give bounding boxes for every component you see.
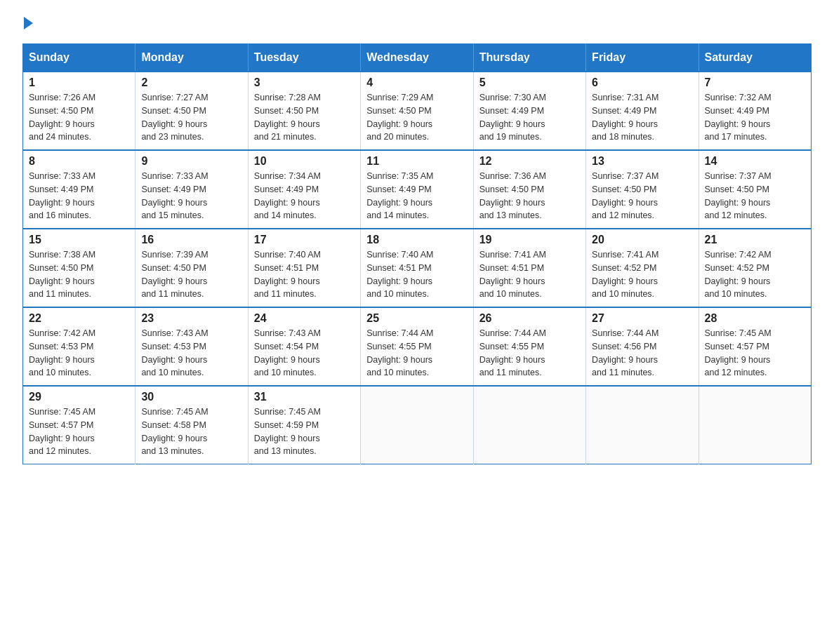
calendar-cell: 29 Sunrise: 7:45 AMSunset: 4:57 PMDaylig… (23, 386, 135, 464)
calendar-cell: 21 Sunrise: 7:42 AMSunset: 4:52 PMDaylig… (699, 229, 811, 307)
calendar-table: SundayMondayTuesdayWednesdayThursdayFrid… (22, 43, 812, 464)
calendar-cell: 28 Sunrise: 7:45 AMSunset: 4:57 PMDaylig… (699, 307, 811, 386)
calendar-cell: 25 Sunrise: 7:44 AMSunset: 4:55 PMDaylig… (361, 307, 473, 386)
day-number: 3 (254, 76, 355, 89)
day-info: Sunrise: 7:37 AMSunset: 4:50 PMDaylight:… (705, 171, 772, 220)
weekday-header-monday: Monday (135, 44, 248, 72)
day-info: Sunrise: 7:45 AMSunset: 4:58 PMDaylight:… (141, 407, 208, 456)
day-number: 21 (705, 234, 805, 246)
day-info: Sunrise: 7:29 AMSunset: 4:50 PMDaylight:… (366, 93, 433, 142)
day-info: Sunrise: 7:40 AMSunset: 4:51 PMDaylight:… (366, 250, 433, 299)
day-info: Sunrise: 7:42 AMSunset: 4:53 PMDaylight:… (29, 328, 95, 377)
day-number: 25 (366, 312, 467, 325)
calendar-body: 1 Sunrise: 7:26 AMSunset: 4:50 PMDayligh… (23, 72, 812, 464)
day-info: Sunrise: 7:38 AMSunset: 4:50 PMDaylight:… (29, 250, 95, 299)
calendar-cell: 27 Sunrise: 7:44 AMSunset: 4:56 PMDaylig… (586, 307, 699, 386)
calendar-cell: 16 Sunrise: 7:39 AMSunset: 4:50 PMDaylig… (135, 229, 248, 307)
calendar-cell: 24 Sunrise: 7:43 AMSunset: 4:54 PMDaylig… (248, 307, 360, 386)
calendar-cell: 3 Sunrise: 7:28 AMSunset: 4:50 PMDayligh… (248, 72, 360, 150)
calendar-cell: 10 Sunrise: 7:34 AMSunset: 4:49 PMDaylig… (248, 150, 360, 229)
weekday-header-row: SundayMondayTuesdayWednesdayThursdayFrid… (23, 44, 812, 72)
calendar-cell: 11 Sunrise: 7:35 AMSunset: 4:49 PMDaylig… (361, 150, 473, 229)
day-number: 17 (254, 234, 355, 246)
day-info: Sunrise: 7:33 AMSunset: 4:49 PMDaylight:… (29, 171, 95, 220)
weekday-header-sunday: Sunday (23, 44, 135, 72)
calendar-cell: 8 Sunrise: 7:33 AMSunset: 4:49 PMDayligh… (23, 150, 135, 229)
day-number: 16 (141, 234, 241, 246)
day-info: Sunrise: 7:39 AMSunset: 4:50 PMDaylight:… (141, 250, 208, 299)
day-number: 10 (254, 155, 355, 168)
day-number: 27 (592, 312, 692, 325)
day-number: 23 (141, 312, 241, 325)
calendar-week-row: 8 Sunrise: 7:33 AMSunset: 4:49 PMDayligh… (23, 150, 812, 229)
day-info: Sunrise: 7:42 AMSunset: 4:52 PMDaylight:… (705, 250, 772, 299)
day-number: 1 (29, 76, 129, 89)
calendar-cell: 22 Sunrise: 7:42 AMSunset: 4:53 PMDaylig… (23, 307, 135, 386)
day-number: 7 (705, 76, 805, 89)
calendar-cell: 4 Sunrise: 7:29 AMSunset: 4:50 PMDayligh… (361, 72, 473, 150)
calendar-cell: 23 Sunrise: 7:43 AMSunset: 4:53 PMDaylig… (135, 307, 248, 386)
day-info: Sunrise: 7:31 AMSunset: 4:49 PMDaylight:… (592, 93, 658, 142)
weekday-header-thursday: Thursday (473, 44, 585, 72)
day-info: Sunrise: 7:45 AMSunset: 4:57 PMDaylight:… (29, 407, 95, 456)
calendar-cell (586, 386, 699, 464)
day-info: Sunrise: 7:34 AMSunset: 4:49 PMDaylight:… (254, 171, 321, 220)
calendar-cell: 15 Sunrise: 7:38 AMSunset: 4:50 PMDaylig… (23, 229, 135, 307)
calendar-week-row: 15 Sunrise: 7:38 AMSunset: 4:50 PMDaylig… (23, 229, 812, 307)
day-info: Sunrise: 7:30 AMSunset: 4:49 PMDaylight:… (479, 93, 546, 142)
calendar-cell: 31 Sunrise: 7:45 AMSunset: 4:59 PMDaylig… (248, 386, 360, 464)
day-number: 22 (29, 312, 129, 325)
calendar-cell: 20 Sunrise: 7:41 AMSunset: 4:52 PMDaylig… (586, 229, 699, 307)
day-info: Sunrise: 7:32 AMSunset: 4:49 PMDaylight:… (705, 93, 772, 142)
calendar-cell: 7 Sunrise: 7:32 AMSunset: 4:49 PMDayligh… (699, 72, 811, 150)
weekday-header-tuesday: Tuesday (248, 44, 360, 72)
weekday-header-saturday: Saturday (699, 44, 811, 72)
weekday-header-friday: Friday (586, 44, 699, 72)
day-number: 19 (479, 234, 580, 246)
day-info: Sunrise: 7:44 AMSunset: 4:55 PMDaylight:… (366, 328, 433, 377)
day-number: 9 (141, 155, 241, 168)
day-info: Sunrise: 7:41 AMSunset: 4:52 PMDaylight:… (592, 250, 658, 299)
day-info: Sunrise: 7:27 AMSunset: 4:50 PMDaylight:… (141, 93, 208, 142)
day-info: Sunrise: 7:45 AMSunset: 4:57 PMDaylight:… (705, 328, 772, 377)
calendar-cell (473, 386, 585, 464)
logo (22, 17, 33, 31)
calendar-cell: 1 Sunrise: 7:26 AMSunset: 4:50 PMDayligh… (23, 72, 135, 150)
logo-arrow-icon (24, 17, 33, 29)
day-info: Sunrise: 7:36 AMSunset: 4:50 PMDaylight:… (479, 171, 546, 220)
calendar-cell: 12 Sunrise: 7:36 AMSunset: 4:50 PMDaylig… (473, 150, 585, 229)
day-number: 30 (141, 391, 241, 403)
calendar-cell: 17 Sunrise: 7:40 AMSunset: 4:51 PMDaylig… (248, 229, 360, 307)
calendar-cell (699, 386, 811, 464)
calendar-cell (361, 386, 473, 464)
day-number: 29 (29, 391, 129, 403)
calendar-cell: 9 Sunrise: 7:33 AMSunset: 4:49 PMDayligh… (135, 150, 248, 229)
day-info: Sunrise: 7:45 AMSunset: 4:59 PMDaylight:… (254, 407, 321, 456)
day-info: Sunrise: 7:28 AMSunset: 4:50 PMDaylight:… (254, 93, 321, 142)
day-info: Sunrise: 7:43 AMSunset: 4:53 PMDaylight:… (141, 328, 208, 377)
day-info: Sunrise: 7:44 AMSunset: 4:56 PMDaylight:… (592, 328, 658, 377)
day-number: 13 (592, 155, 692, 168)
calendar-cell: 2 Sunrise: 7:27 AMSunset: 4:50 PMDayligh… (135, 72, 248, 150)
day-number: 4 (366, 76, 467, 89)
day-info: Sunrise: 7:35 AMSunset: 4:49 PMDaylight:… (366, 171, 433, 220)
calendar-week-row: 29 Sunrise: 7:45 AMSunset: 4:57 PMDaylig… (23, 386, 812, 464)
weekday-header-wednesday: Wednesday (361, 44, 473, 72)
day-number: 6 (592, 76, 692, 89)
day-info: Sunrise: 7:41 AMSunset: 4:51 PMDaylight:… (479, 250, 546, 299)
day-info: Sunrise: 7:33 AMSunset: 4:49 PMDaylight:… (141, 171, 208, 220)
calendar-week-row: 1 Sunrise: 7:26 AMSunset: 4:50 PMDayligh… (23, 72, 812, 150)
page-header (22, 17, 812, 31)
day-info: Sunrise: 7:44 AMSunset: 4:55 PMDaylight:… (479, 328, 546, 377)
day-number: 31 (254, 391, 355, 403)
day-number: 24 (254, 312, 355, 325)
day-number: 5 (479, 76, 580, 89)
day-number: 14 (705, 155, 805, 168)
day-number: 26 (479, 312, 580, 325)
calendar-cell: 26 Sunrise: 7:44 AMSunset: 4:55 PMDaylig… (473, 307, 585, 386)
day-number: 2 (141, 76, 241, 89)
calendar-cell: 5 Sunrise: 7:30 AMSunset: 4:49 PMDayligh… (473, 72, 585, 150)
day-info: Sunrise: 7:26 AMSunset: 4:50 PMDaylight:… (29, 93, 95, 142)
day-number: 28 (705, 312, 805, 325)
calendar-cell: 13 Sunrise: 7:37 AMSunset: 4:50 PMDaylig… (586, 150, 699, 229)
